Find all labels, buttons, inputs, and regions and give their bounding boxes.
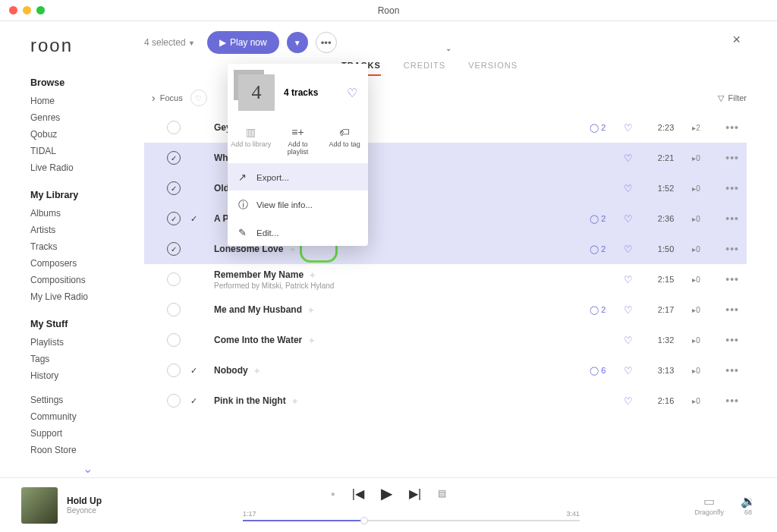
favorite-button[interactable]: ♡ [624,274,633,285]
filter-button[interactable]: Filter [728,93,747,102]
favorite-button[interactable]: ♡ [624,122,633,134]
row-checkbox[interactable] [167,364,181,377]
sidebar-item-live-radio[interactable]: Live Radio [30,159,144,176]
popup-add-to-playlist[interactable]: ≡+Add to playlist [276,126,319,156]
focus-button[interactable]: Focus [160,93,183,102]
sidebar-item-support[interactable]: Support [30,425,144,442]
favorite-button[interactable]: ♡ [624,304,633,316]
sidebar-item-compositions[interactable]: Compositions [30,272,144,288]
row-checkbox[interactable]: ✓ [167,181,181,195]
sidebar-item-settings[interactable]: Settings [30,392,144,408]
next-button[interactable]: ▶| [409,486,421,501]
sidebar-heading-browse: Browse [30,77,144,88]
now-playing-artwork[interactable] [21,487,58,524]
now-playing-artist[interactable]: Beyonce [67,506,102,515]
row-checkbox[interactable] [167,303,181,316]
row-more-button[interactable]: ••• [725,243,739,255]
popup-edit[interactable]: ✎Edit... [228,219,368,246]
shuffle-button[interactable]: ● [331,490,335,498]
sidebar-item-my-live-radio[interactable]: My Live Radio [30,288,144,305]
sidebar-item-tidal[interactable]: TIDAL [30,143,144,159]
zone-picker[interactable]: ▭ Dragonfly [694,494,724,516]
play-count[interactable]: ◯ 2 [590,244,606,254]
favorite-button[interactable]: ♡ [624,335,633,346]
more-actions-button[interactable]: ••• [316,32,337,53]
row-more-button[interactable]: ••• [725,334,739,346]
row-more-button[interactable]: ••• [725,304,739,316]
sidebar-item-playlists[interactable]: Playlists [30,334,144,351]
sidebar-item-artists[interactable]: Artists [30,222,144,238]
previous-button[interactable]: |◀ [352,486,364,501]
close-selection-button[interactable]: × [732,32,741,48]
play-count[interactable]: ◯ 6 [590,366,606,376]
now-playing-title[interactable]: Hold Up [67,496,102,506]
window-titlebar: Roon [0,0,777,21]
row-more-button[interactable]: ••• [725,395,739,407]
playlist-icon: ≡+ [276,126,319,138]
sidebar-item-tags[interactable]: Tags [30,351,144,367]
focus-chevron-icon[interactable]: › [152,92,156,104]
volume-control[interactable]: 🔉 68 [741,494,756,516]
favorite-button[interactable]: ♡ [624,365,633,376]
now-playing-bar: Hold Up Beyonce ● |◀ ▶ ▶| ▤ 1:17 3:41 ▭ … [0,477,777,532]
track-duration: 1:50 [651,244,674,253]
pick-indicator: ✓ [187,366,200,376]
row-more-button[interactable]: ••• [725,152,739,164]
favorite-button[interactable]: ♡ [624,244,633,255]
lyrics-icon: ✧ [290,246,296,253]
sidebar-item-qobuz[interactable]: Qobuz [30,126,144,143]
sidebar-item-community[interactable]: Community [30,408,144,425]
play-options-dropdown[interactable]: ▼ [287,32,308,53]
popup-export[interactable]: ↗Export... [228,164,368,190]
collapse-chevron-icon[interactable]: ⌄ [445,44,451,52]
edit-icon: ✎ [238,227,249,238]
favorite-button[interactable]: ♡ [624,395,633,407]
sidebar-item-albums[interactable]: Albums [30,205,144,222]
queue-button[interactable]: ▤ [438,488,446,499]
row-checkbox[interactable]: ✓ [167,212,181,225]
track-row[interactable]: Remember My Name ✧Performed by Mitski, P… [144,264,747,294]
sidebar-expand-icon[interactable]: ⌄ [30,461,144,476]
play-count[interactable]: ◯ 2 [590,214,606,224]
row-checkbox[interactable] [167,121,181,134]
row-checkbox[interactable] [167,272,181,286]
play-count[interactable]: ◯ 2 [590,123,606,133]
row-more-button[interactable]: ••• [725,212,739,225]
row-checkbox[interactable] [167,333,181,347]
sidebar-item-roon-store[interactable]: Roon Store [30,442,144,458]
favorite-button[interactable]: ♡ [624,183,633,194]
row-checkbox[interactable] [167,394,181,408]
favorites-filter-button[interactable]: ♡ [190,90,207,106]
popup-view-file-info[interactable]: ⓘView file info... [228,190,368,219]
favorite-button[interactable]: ♡ [624,153,633,164]
row-checkbox[interactable]: ✓ [167,242,181,256]
sidebar-item-genres[interactable]: Genres [30,109,144,126]
track-row[interactable]: Come Into the Water ✧♡1:32▸0••• [144,325,747,355]
row-more-button[interactable]: ••• [725,364,739,376]
row-more-button[interactable]: ••• [725,182,739,194]
play-count[interactable]: ◯ 2 [590,305,606,315]
sidebar-item-tracks[interactable]: Tracks [30,238,144,255]
popup-add-to-library[interactable]: ▥Add to library [230,126,272,156]
tab-credits[interactable]: CREDITS [404,61,445,76]
track-title: Come Into the Water ✧ [214,335,315,345]
row-more-button[interactable]: ••• [725,121,739,134]
sidebar-item-history[interactable]: History [30,367,144,384]
progress-bar[interactable]: 1:17 3:41 [243,510,580,521]
track-row[interactable]: ✓Nobody ✧◯ 6♡3:13▸0••• [144,355,747,386]
sidebar-item-composers[interactable]: Composers [30,255,144,272]
sidebar-item-home[interactable]: Home [30,93,144,109]
popup-add-to-tag[interactable]: 🏷Add to tag [323,126,366,156]
selection-count-label[interactable]: 4 selected ▼ [144,37,195,48]
play-now-button[interactable]: ▶Play now [207,31,279,54]
track-row[interactable]: ✓Pink in the Night ✧♡2:16▸0••• [144,386,747,416]
row-more-button[interactable]: ••• [725,273,739,285]
sidebar-heading-library: My Library [30,190,144,200]
tab-versions[interactable]: VERSIONS [468,61,517,76]
row-checkbox[interactable]: ✓ [167,151,181,165]
favorite-button[interactable]: ♡ [624,213,633,225]
track-row[interactable]: Me and My Husband ✧◯ 2♡2:17▸0••• [144,294,747,325]
popup-favorite-button[interactable]: ♡ [347,86,357,100]
play-pause-button[interactable]: ▶ [381,484,392,502]
track-title: Me and My Husband ✧ [214,304,314,315]
